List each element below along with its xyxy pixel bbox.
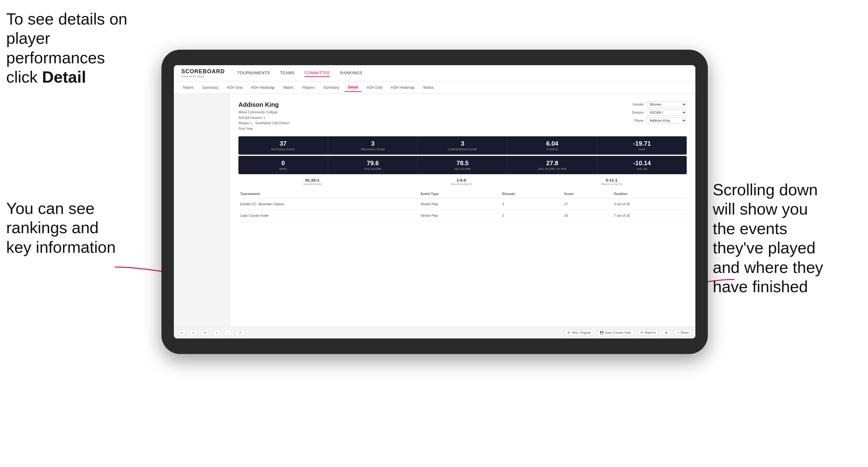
table-row[interactable]: Estella CC- Mountain Classic Stroke Play… [239,198,687,210]
screen-button[interactable]: ⊞ [662,330,670,336]
view-original-button[interactable]: 👁 View: Original [564,330,594,336]
subnav-h2h-heatmap2[interactable]: H2H Heatmap [387,84,418,92]
tournament-table: Tournament Event Type Rounds Score Posit… [239,189,687,221]
subnav-summary[interactable]: Summary [198,84,222,92]
tablet-screen: SCOREBOARD Powered by clippd TOURNAMENTS… [174,65,695,338]
stat-wins-value: 0 [241,160,326,167]
annotation-topleft-line2: player performances [6,29,105,66]
filter-gender: Gender Women Men [632,101,687,107]
stat-conference-rank: 3 Conference Rank [418,136,507,155]
subnav-summary2[interactable]: Summary [319,84,343,92]
stat-conference-rank-value: 3 [420,140,505,147]
nav-teams[interactable]: TEAMS [280,69,294,77]
gender-select[interactable]: Women Men [646,101,687,107]
stat-wins: 0 Wins [239,156,328,174]
col-rounds: Rounds [500,189,562,198]
nav-rankings[interactable]: RANKINGS [340,69,362,77]
share-button[interactable]: ↗ Share [674,330,692,336]
annotation-bottomleft-line2: rankings and [6,219,99,237]
record-top50: 5-11-1 Record vs top 50 [601,178,622,186]
player-filters: Gender Women Men Division NJCAA I NJCAA … [632,101,687,131]
sub-nav: Teams Summary H2H Grid H2H Heatmap Matri… [174,81,695,94]
table-header-row: Tournament Event Type Rounds Score Posit… [239,189,687,198]
score: 16 [562,210,612,221]
player-region: Region 1 - Southwest (18) District [239,121,289,125]
stat-regional-rank: 3 Regional Rank [328,136,418,155]
player-division: NJCAA Division 1 [239,116,265,120]
clock-button[interactable]: 🕐 [235,330,245,336]
watch-button[interactable]: 👁 Watch ▾ [638,330,659,336]
stat-avg-score: 79.6 Avg Score [328,156,418,174]
annotation-bottomleft-line1: You can see [6,199,94,217]
score: 17 [562,198,612,210]
stat-points: 6.04 Points [507,136,597,155]
stat-regional-rank-label: Regional Rank [331,148,415,151]
main-panel: Addison King Mesa Community College NJCA… [230,94,695,326]
filter-player: Player Addison King [634,117,687,124]
stat-adj-score: 78.5 Adj Score [418,156,507,174]
event-type: Stroke Play [419,198,500,210]
subnav-matrix[interactable]: Matrix [280,84,298,92]
tournament-name: Estella CC- Mountain Classic [239,198,419,210]
share-label: Share [681,331,689,335]
player-header: Addison King Mesa Community College NJCA… [239,101,687,131]
player-school: Mesa Community College [239,110,278,114]
record-overall-label: Overall Record [303,183,321,186]
logo-text: SCOREBOARD [181,68,225,75]
nav-tournaments[interactable]: TOURNAMENTS [237,69,270,77]
stat-avg-score-label: Avg Score [331,167,415,170]
division-label: Division [632,111,644,114]
subnav-detail[interactable]: Detail [344,83,362,92]
player-info: Addison King Mesa Community College NJCA… [239,101,289,131]
bottom-toolbar: ↩ ↪ ⟳ + − 🕐 👁 View: Original 💾 Save Cust… [174,326,695,338]
col-score: Score [562,189,612,198]
division-select[interactable]: NJCAA I NJCAA II [646,109,687,116]
annotation-bottomleft-line3: key information [6,238,116,256]
subnav-h2h-heatmap[interactable]: H2H Heatmap [247,84,278,92]
table-row[interactable]: Lady Coyote Invite Stroke Play 2 16 7 ou… [239,210,687,221]
nav-committee[interactable]: COMMITTEE [305,69,330,77]
subnav-teams[interactable]: Teams [179,84,197,92]
player-label: Player [634,119,644,122]
left-sidebar [174,94,230,326]
top-nav: SCOREBOARD Powered by clippd TOURNAMENTS… [174,65,695,81]
save-custom-view-button[interactable]: 💾 Save Custom View [597,330,633,336]
record-top25-label: Record vs top 25 [451,183,472,186]
stat-points-label: Points [510,148,594,151]
stat-avg-score-par-label: Avg Score to Par [510,167,594,170]
zoom-in-button[interactable]: + [213,330,220,336]
annotation-topleft-line3-prefix: click [6,68,42,86]
logo-area: SCOREBOARD Powered by clippd [181,68,225,78]
stat-sos-label: SoS [600,148,684,151]
record-top25: 1-5-0 Record vs top 25 [451,178,472,186]
col-position: Position [612,189,687,198]
zoom-out-button[interactable]: − [224,330,231,336]
stat-conference-rank-label: Conference Rank [420,148,505,151]
stats-row-1: 37 National Rank 3 Regional Rank 3 Confe… [239,136,687,155]
subnav-players[interactable]: Players [298,84,318,92]
annotation-right-line2: will show you [713,200,808,218]
refresh-button[interactable]: ⟳ [201,330,209,336]
stat-avg-sg: -10.14 Avg SG [597,156,687,174]
subnav-h2h-grid2[interactable]: H2H Grid [363,84,386,92]
annotation-right-line3: the events [713,220,787,238]
watch-label: Watch ▾ [645,331,656,335]
records-row: 91-20-1 Overall Record 1-5-0 Record vs t… [239,178,687,186]
record-overall-value: 91-20-1 [303,178,321,183]
col-tournament: Tournament [239,189,419,198]
view-icon: 👁 [567,331,570,335]
player-select[interactable]: Addison King [646,117,687,124]
undo-button[interactable]: ↩ [178,330,186,336]
logo-sub: Powered by clippd [181,75,225,78]
annotation-topleft-line1: To see details on [6,10,127,28]
content-area: Addison King Mesa Community College NJCA… [174,94,695,326]
stat-national-rank-value: 37 [241,140,326,147]
redo-button[interactable]: ↪ [189,330,197,336]
tournament-name: Lady Coyote Invite [239,210,419,221]
watch-icon: 👁 [641,331,644,335]
annotation-right-line4: they've played [713,239,815,257]
stats-row-2: 0 Wins 79.6 Avg Score 78.5 Adj Score 27.… [239,156,687,174]
save-custom-view-label: Save Custom View [605,331,631,335]
subnav-h2h-grid[interactable]: H2H Grid [223,84,246,92]
subnav-matrix2[interactable]: Matrix [420,84,437,92]
